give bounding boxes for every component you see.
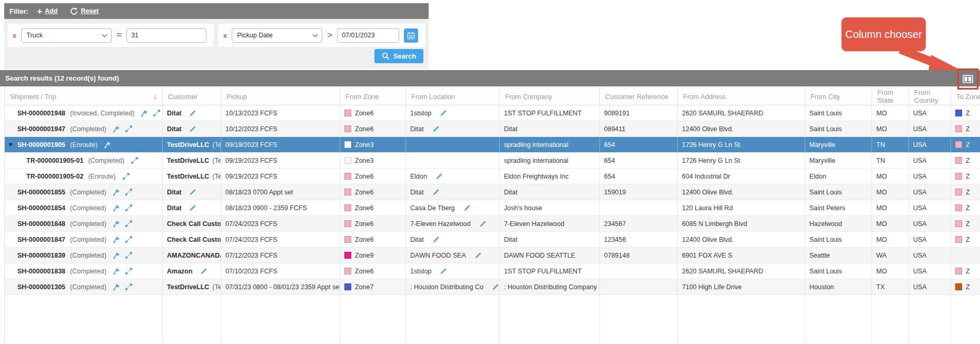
column-header-customer-reference[interactable]: Customer Reference — [600, 88, 678, 105]
cell-customer: Ditat — [163, 105, 221, 121]
route-icon[interactable] — [125, 283, 133, 291]
edit-pencil-icon[interactable] — [432, 236, 440, 243]
cell-customer-reference — [600, 279, 678, 294]
handtruck-icon[interactable] — [141, 109, 149, 117]
edit-pencil-icon[interactable] — [492, 283, 499, 291]
filter-date-input[interactable] — [337, 28, 399, 43]
handtruck-icon[interactable] — [113, 188, 121, 196]
handtruck-icon[interactable] — [113, 251, 121, 259]
zone-label: Zone6 — [355, 110, 373, 117]
table-row[interactable]: SH-0000001905(Enroute)TestDriveLLC(Test0… — [5, 137, 980, 153]
handtruck-icon[interactable] — [104, 141, 112, 149]
route-icon[interactable] — [125, 204, 133, 212]
cell-from-country: USA — [909, 216, 951, 231]
collapse-caret-icon[interactable] — [8, 143, 13, 146]
edit-pencil-icon[interactable] — [435, 173, 443, 180]
column-header-from-state[interactable]: From State — [872, 88, 909, 105]
column-header-shipment-trip[interactable]: Shipment / Trip↓ — [5, 88, 163, 105]
column-header-from-country[interactable]: From Country — [909, 88, 951, 105]
route-icon[interactable] — [125, 267, 133, 275]
calendar-icon — [407, 32, 415, 40]
handtruck-icon[interactable] — [113, 125, 121, 133]
zone-color-swatch — [955, 220, 962, 227]
table-row[interactable]: SH-0000001847(Completed)Check Call Custo… — [5, 232, 980, 248]
calendar-button[interactable] — [404, 28, 418, 43]
edit-pencil-icon[interactable] — [479, 220, 487, 228]
edit-pencil-icon[interactable] — [189, 204, 196, 212]
column-header-from-address[interactable]: From Address — [678, 88, 805, 105]
cell-from-zone: Zone9 — [340, 248, 406, 263]
cell-shipment-trip: SH-0000001854(Completed) — [5, 200, 163, 215]
cell-from-city: Maryville — [805, 153, 872, 168]
edit-pencil-icon[interactable] — [189, 189, 196, 196]
table-row[interactable]: SH-0000001855(Completed)Ditat08/18/23 07… — [5, 184, 980, 200]
cell-from-location: Casa De Tberg — [406, 200, 500, 215]
edit-pencil-icon[interactable] — [474, 252, 482, 259]
table-row[interactable]: TR-0000001905-01(Completed)TestDriveLLC(… — [5, 153, 980, 169]
column-header-customer[interactable]: Customer — [163, 88, 221, 105]
table-row[interactable]: TR-0000001905-02(Enroute)TestDriveLLC(Te… — [5, 169, 980, 184]
customer-name: TestDriveLLC — [167, 173, 209, 180]
route-icon[interactable] — [125, 220, 133, 228]
table-row[interactable]: SH-0000001948(Invoiced, Completed)Ditat1… — [5, 105, 980, 121]
handtruck-icon[interactable] — [113, 220, 121, 228]
table-row[interactable]: SH-0000001838(Completed)Amazon07/10/2023… — [5, 263, 980, 279]
route-icon[interactable] — [122, 172, 130, 180]
cell-from-city: Saint Louis — [805, 263, 872, 279]
edit-pencil-icon[interactable] — [432, 125, 440, 133]
remove-filter-icon[interactable]: x — [223, 32, 227, 40]
remove-filter-icon[interactable]: x — [13, 32, 16, 40]
cell-from-company: Ditat — [500, 232, 600, 247]
edit-pencil-icon[interactable] — [189, 125, 196, 133]
column-header-from-city[interactable]: From City — [805, 88, 872, 105]
handtruck-icon[interactable] — [113, 204, 121, 212]
zone-color-swatch — [955, 157, 962, 164]
filter-field-select[interactable]: Pickup Date — [232, 28, 322, 43]
table-row[interactable]: SH-0000001947(Completed)Ditat10/12/2023 … — [5, 121, 980, 137]
column-chooser-icon — [963, 75, 973, 83]
cell-from-city: Saint Louis — [805, 105, 872, 121]
table-row[interactable]: SH-0000001848(Completed)Check Call Custo… — [5, 216, 980, 232]
route-icon[interactable] — [125, 125, 133, 133]
cell-from-company: 1ST STOP FULFILLMENT — [500, 263, 600, 279]
table-row[interactable]: SH-0000001854(Completed)Ditat08/18/23 09… — [5, 200, 980, 216]
column-header-from-company[interactable]: From Company — [500, 88, 600, 105]
search-button[interactable]: Search — [374, 49, 423, 63]
column-header-from-zone[interactable]: From Zone — [340, 88, 406, 105]
cell-pickup: 08/18/23 0900 - 2359 FCFS — [221, 200, 340, 215]
handtruck-icon[interactable] — [113, 283, 121, 291]
cell-from-country: USA — [909, 153, 951, 168]
route-icon[interactable] — [153, 109, 161, 117]
sort-descending-icon: ↓ — [153, 92, 157, 101]
search-button-label: Search — [393, 52, 416, 60]
cell-from-state: MO — [872, 200, 909, 215]
handtruck-icon[interactable] — [113, 235, 121, 243]
cell-from-company: Ditat — [500, 184, 600, 200]
reset-filters-button[interactable]: Reset — [66, 7, 98, 15]
column-header-from-location[interactable]: From Location — [406, 88, 500, 105]
route-icon[interactable] — [125, 251, 133, 259]
filter-value-input[interactable] — [126, 28, 206, 43]
edit-pencil-icon[interactable] — [189, 110, 196, 117]
edit-pencil-icon[interactable] — [432, 189, 440, 196]
add-filter-button[interactable]: + Add — [37, 7, 57, 16]
handtruck-icon[interactable] — [113, 267, 121, 275]
edit-pencil-icon[interactable] — [463, 204, 471, 212]
edit-pencil-icon[interactable] — [440, 110, 447, 117]
empty-grid-cell — [340, 295, 406, 343]
edit-pencil-icon[interactable] — [200, 268, 207, 275]
edit-pencil-icon[interactable] — [440, 268, 447, 275]
zone-color-swatch — [955, 125, 962, 132]
table-row[interactable]: SH-0000001305(Completed)TestDriveLLC(Tes… — [5, 279, 980, 295]
column-chooser-button[interactable] — [963, 75, 973, 83]
cell-to-zone: Z — [951, 184, 980, 200]
filter-field-select[interactable]: Truck — [21, 28, 112, 43]
table-row[interactable]: SH-0000001839(Completed)AMAZONCANADA(07/… — [5, 248, 980, 263]
route-icon[interactable] — [125, 188, 133, 196]
column-header-pickup[interactable]: Pickup — [221, 88, 340, 105]
column-header-to-zone[interactable]: To Zone — [951, 88, 980, 105]
column-chooser-callout: Column chooser — [842, 17, 926, 51]
route-icon[interactable] — [125, 235, 133, 243]
route-icon[interactable] — [131, 156, 138, 164]
cell-from-state: TX — [872, 279, 909, 294]
